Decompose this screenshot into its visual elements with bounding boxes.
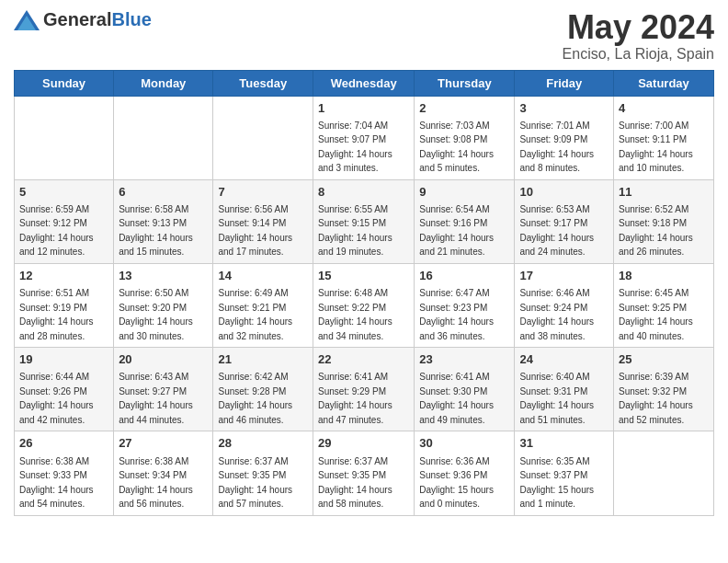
- day-number: 3: [519, 100, 609, 117]
- logo-blue: Blue: [111, 9, 151, 29]
- day-number: 29: [318, 435, 409, 452]
- day-number: 9: [419, 184, 509, 201]
- day-number: 19: [19, 351, 108, 368]
- page-header: GeneralBlue May 2024 Enciso, La Rioja, S…: [14, 9, 714, 63]
- calendar-body: 1Sunrise: 7:04 AMSunset: 9:07 PMDaylight…: [15, 96, 714, 515]
- weekday-header-cell: Friday: [515, 70, 614, 96]
- day-info: Sunrise: 6:48 AMSunset: 9:22 PMDaylight:…: [318, 288, 392, 341]
- calendar-day-cell: 4Sunrise: 7:00 AMSunset: 9:11 PMDaylight…: [614, 96, 714, 179]
- calendar-day-cell: 21Sunrise: 6:42 AMSunset: 9:28 PMDayligh…: [213, 348, 313, 431]
- day-number: 25: [619, 351, 709, 368]
- day-info: Sunrise: 6:43 AMSunset: 9:27 PMDaylight:…: [119, 372, 193, 425]
- calendar-table: SundayMondayTuesdayWednesdayThursdayFrid…: [14, 70, 714, 516]
- day-info: Sunrise: 6:58 AMSunset: 9:13 PMDaylight:…: [119, 204, 193, 258]
- day-info: Sunrise: 7:03 AMSunset: 9:08 PMDaylight:…: [419, 121, 494, 174]
- calendar-week-row: 5Sunrise: 6:59 AMSunset: 9:12 PMDaylight…: [15, 179, 714, 263]
- day-info: Sunrise: 6:35 AMSunset: 9:37 PMDaylight:…: [519, 456, 594, 510]
- calendar-day-cell: [614, 431, 714, 515]
- calendar-day-cell: 31Sunrise: 6:35 AMSunset: 9:37 PMDayligh…: [515, 431, 614, 515]
- weekday-header-row: SundayMondayTuesdayWednesdayThursdayFrid…: [15, 70, 714, 96]
- calendar-day-cell: 1Sunrise: 7:04 AMSunset: 9:07 PMDaylight…: [313, 96, 415, 179]
- day-number: 14: [218, 268, 308, 284]
- day-number: 5: [19, 184, 108, 201]
- calendar-day-cell: 11Sunrise: 6:52 AMSunset: 9:18 PMDayligh…: [614, 179, 714, 263]
- calendar-day-cell: [15, 96, 114, 179]
- calendar-day-cell: 7Sunrise: 6:56 AMSunset: 9:14 PMDaylight…: [213, 179, 313, 263]
- day-number: 17: [519, 268, 609, 284]
- calendar-day-cell: 8Sunrise: 6:55 AMSunset: 9:15 PMDaylight…: [313, 179, 415, 263]
- day-info: Sunrise: 7:01 AMSunset: 9:09 PMDaylight:…: [519, 121, 594, 174]
- calendar-day-cell: 6Sunrise: 6:58 AMSunset: 9:13 PMDaylight…: [114, 179, 213, 263]
- day-info: Sunrise: 7:04 AMSunset: 9:07 PMDaylight:…: [318, 121, 392, 174]
- day-info: Sunrise: 6:38 AMSunset: 9:33 PMDaylight:…: [19, 456, 94, 510]
- weekday-header-cell: Saturday: [614, 70, 714, 96]
- calendar-day-cell: 25Sunrise: 6:39 AMSunset: 9:32 PMDayligh…: [614, 348, 714, 431]
- weekday-header-cell: Monday: [114, 70, 213, 96]
- calendar-day-cell: 3Sunrise: 7:01 AMSunset: 9:09 PMDaylight…: [515, 96, 614, 179]
- day-info: Sunrise: 6:56 AMSunset: 9:14 PMDaylight:…: [218, 204, 292, 258]
- day-number: 23: [419, 351, 509, 368]
- location-subtitle: Enciso, La Rioja, Spain: [563, 46, 714, 63]
- calendar-day-cell: 22Sunrise: 6:41 AMSunset: 9:29 PMDayligh…: [313, 348, 415, 431]
- day-info: Sunrise: 6:51 AMSunset: 9:19 PMDaylight:…: [19, 288, 94, 341]
- day-info: Sunrise: 6:40 AMSunset: 9:31 PMDaylight:…: [519, 372, 594, 425]
- day-info: Sunrise: 6:42 AMSunset: 9:28 PMDaylight:…: [218, 372, 292, 425]
- calendar-day-cell: 24Sunrise: 6:40 AMSunset: 9:31 PMDayligh…: [515, 348, 614, 431]
- day-info: Sunrise: 6:41 AMSunset: 9:29 PMDaylight:…: [318, 372, 392, 425]
- logo: GeneralBlue: [14, 9, 152, 30]
- day-number: 21: [218, 351, 308, 368]
- day-number: 4: [619, 100, 709, 117]
- day-info: Sunrise: 6:37 AMSunset: 9:35 PMDaylight:…: [318, 456, 392, 510]
- day-number: 10: [519, 184, 609, 201]
- day-number: 1: [318, 100, 409, 117]
- calendar-day-cell: 12Sunrise: 6:51 AMSunset: 9:19 PMDayligh…: [15, 263, 114, 347]
- calendar-day-cell: 19Sunrise: 6:44 AMSunset: 9:26 PMDayligh…: [15, 348, 114, 431]
- weekday-header-cell: Wednesday: [313, 70, 415, 96]
- logo-general: General: [43, 9, 111, 29]
- day-number: 26: [19, 435, 108, 452]
- calendar-week-row: 19Sunrise: 6:44 AMSunset: 9:26 PMDayligh…: [15, 348, 714, 431]
- calendar-day-cell: 2Sunrise: 7:03 AMSunset: 9:08 PMDaylight…: [415, 96, 515, 179]
- weekday-header-cell: Tuesday: [213, 70, 313, 96]
- day-info: Sunrise: 6:39 AMSunset: 9:32 PMDaylight:…: [619, 372, 693, 425]
- day-info: Sunrise: 6:38 AMSunset: 9:34 PMDaylight:…: [119, 456, 193, 510]
- calendar-day-cell: 26Sunrise: 6:38 AMSunset: 9:33 PMDayligh…: [15, 431, 114, 515]
- day-number: 27: [119, 435, 208, 452]
- day-info: Sunrise: 6:52 AMSunset: 9:18 PMDaylight:…: [619, 204, 693, 258]
- month-year-title: May 2024: [563, 9, 714, 46]
- day-info: Sunrise: 6:59 AMSunset: 9:12 PMDaylight:…: [19, 204, 94, 258]
- calendar-day-cell: 28Sunrise: 6:37 AMSunset: 9:35 PMDayligh…: [213, 431, 313, 515]
- calendar-day-cell: 18Sunrise: 6:45 AMSunset: 9:25 PMDayligh…: [614, 263, 714, 347]
- calendar-day-cell: 23Sunrise: 6:41 AMSunset: 9:30 PMDayligh…: [415, 348, 515, 431]
- calendar-day-cell: 27Sunrise: 6:38 AMSunset: 9:34 PMDayligh…: [114, 431, 213, 515]
- calendar-day-cell: 20Sunrise: 6:43 AMSunset: 9:27 PMDayligh…: [114, 348, 213, 431]
- day-info: Sunrise: 7:00 AMSunset: 9:11 PMDaylight:…: [619, 121, 693, 174]
- day-info: Sunrise: 6:47 AMSunset: 9:23 PMDaylight:…: [419, 288, 494, 341]
- calendar-day-cell: 5Sunrise: 6:59 AMSunset: 9:12 PMDaylight…: [15, 179, 114, 263]
- day-number: 13: [119, 268, 208, 284]
- title-area: May 2024 Enciso, La Rioja, Spain: [563, 9, 714, 63]
- weekday-header-cell: Sunday: [15, 70, 114, 96]
- day-number: 8: [318, 184, 409, 201]
- day-number: 16: [419, 268, 509, 284]
- calendar-week-row: 12Sunrise: 6:51 AMSunset: 9:19 PMDayligh…: [15, 263, 714, 347]
- day-info: Sunrise: 6:54 AMSunset: 9:16 PMDaylight:…: [419, 204, 494, 258]
- day-number: 15: [318, 268, 409, 284]
- calendar-day-cell: 29Sunrise: 6:37 AMSunset: 9:35 PMDayligh…: [313, 431, 415, 515]
- day-info: Sunrise: 6:45 AMSunset: 9:25 PMDaylight:…: [619, 288, 693, 341]
- day-info: Sunrise: 6:53 AMSunset: 9:17 PMDaylight:…: [519, 204, 594, 258]
- day-info: Sunrise: 6:50 AMSunset: 9:20 PMDaylight:…: [119, 288, 193, 341]
- weekday-header-cell: Thursday: [415, 70, 515, 96]
- calendar-day-cell: 17Sunrise: 6:46 AMSunset: 9:24 PMDayligh…: [515, 263, 614, 347]
- calendar-day-cell: 14Sunrise: 6:49 AMSunset: 9:21 PMDayligh…: [213, 263, 313, 347]
- logo-icon: [14, 10, 40, 30]
- day-number: 6: [119, 184, 208, 201]
- day-number: 28: [218, 435, 308, 452]
- day-info: Sunrise: 6:41 AMSunset: 9:30 PMDaylight:…: [419, 372, 494, 425]
- calendar-day-cell: 13Sunrise: 6:50 AMSunset: 9:20 PMDayligh…: [114, 263, 213, 347]
- calendar-day-cell: 10Sunrise: 6:53 AMSunset: 9:17 PMDayligh…: [515, 179, 614, 263]
- calendar-week-row: 1Sunrise: 7:04 AMSunset: 9:07 PMDaylight…: [15, 96, 714, 179]
- calendar-day-cell: [114, 96, 213, 179]
- day-info: Sunrise: 6:46 AMSunset: 9:24 PMDaylight:…: [519, 288, 594, 341]
- day-number: 11: [619, 184, 709, 201]
